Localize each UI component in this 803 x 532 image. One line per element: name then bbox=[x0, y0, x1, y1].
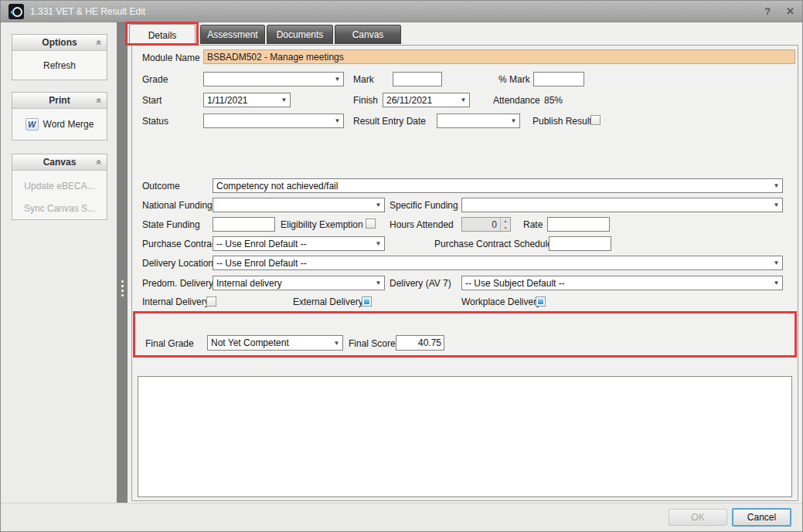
spinner-buttons: ▲ ▼ bbox=[500, 218, 510, 231]
finish-date-dropdown[interactable]: 26/11/2021 ▼ bbox=[383, 93, 470, 107]
status-value bbox=[204, 114, 332, 127]
hours-attended-spinner[interactable]: 0 ▲ ▼ bbox=[461, 217, 511, 232]
dropdown-arrow-icon: ▼ bbox=[331, 336, 342, 350]
close-icon[interactable]: ✕ bbox=[786, 5, 794, 17]
tab-documents[interactable]: Documents bbox=[267, 25, 333, 44]
footer-bar: OK Cancel bbox=[1, 503, 802, 531]
status-label: Status bbox=[142, 116, 168, 127]
internal-delivery-checkbox[interactable] bbox=[206, 296, 216, 307]
publish-result-checkbox[interactable] bbox=[590, 115, 601, 125]
dialog-window: 1.331 VET & HE Result Edit ? ✕ Options «… bbox=[0, 0, 803, 532]
dropdown-arrow-icon: ▼ bbox=[332, 114, 343, 127]
finish-label: Finish bbox=[353, 95, 378, 106]
purchase-contract-value: -- Use Enrol Default -- bbox=[213, 237, 373, 250]
result-entry-date-dropdown[interactable]: ▼ bbox=[437, 114, 520, 128]
delivery-av7-dropdown[interactable]: -- Use Subject Default -- ▼ bbox=[461, 276, 783, 290]
tab-assessment[interactable]: Assessment bbox=[200, 25, 265, 44]
national-funding-dropdown[interactable]: ▼ bbox=[213, 198, 385, 212]
print-panel: Print « W Word Merge bbox=[12, 92, 107, 141]
workplace-delivery-label: Workplace Delivery bbox=[461, 296, 541, 307]
outcome-dropdown[interactable]: Competency not achieved/fail ▼ bbox=[213, 178, 783, 193]
app-logo-icon bbox=[9, 4, 24, 19]
ok-button-label: OK bbox=[691, 512, 704, 523]
workplace-delivery-checkbox[interactable] bbox=[536, 296, 546, 307]
word-merge-label: Word Merge bbox=[43, 119, 94, 130]
final-grade-label: Final Grade bbox=[145, 338, 194, 349]
final-grade-value: Not Yet Competent bbox=[208, 336, 331, 350]
attendance-value: 85% bbox=[544, 95, 563, 106]
specific-funding-dropdown[interactable]: ▼ bbox=[461, 198, 783, 212]
canvas-panel-header[interactable]: Canvas « bbox=[12, 154, 107, 171]
eligibility-exemption-checkbox[interactable] bbox=[366, 219, 376, 229]
sync-canvas-button: Sync Canvas S... bbox=[12, 197, 107, 219]
ok-button: OK bbox=[669, 509, 727, 526]
module-name-value: BSBADM502 - Manage meetings bbox=[207, 52, 344, 63]
help-icon[interactable]: ? bbox=[764, 5, 771, 17]
tab-documents-label: Documents bbox=[277, 29, 324, 40]
print-panel-title: Print bbox=[49, 95, 70, 106]
refresh-label: Refresh bbox=[43, 60, 76, 71]
specific-funding-value bbox=[462, 198, 771, 212]
update-ebeca-button: Update eBECA... bbox=[12, 175, 107, 197]
predom-delivery-label: Predom. Delivery bbox=[142, 278, 213, 289]
dropdown-arrow-icon: ▼ bbox=[508, 114, 519, 127]
notes-textarea[interactable] bbox=[138, 376, 792, 497]
national-funding-label: National Funding bbox=[142, 200, 213, 211]
options-panel-header[interactable]: Options « bbox=[12, 35, 107, 51]
start-label: Start bbox=[142, 95, 162, 106]
predom-delivery-value: Internal delivery bbox=[213, 276, 373, 290]
tab-details-label: Details bbox=[148, 30, 177, 41]
sidebar: Options « Refresh Print « W Word Merge C… bbox=[1, 22, 117, 503]
start-date-value: 1/11/2021 bbox=[204, 93, 278, 107]
delivery-location-dropdown[interactable]: -- Use Enrol Default -- ▼ bbox=[213, 256, 783, 270]
final-score-input[interactable] bbox=[396, 335, 444, 351]
dropdown-arrow-icon: ▼ bbox=[373, 276, 384, 290]
collapse-chevron-icon[interactable]: « bbox=[94, 98, 105, 103]
module-name-label: Module Name bbox=[142, 53, 200, 63]
canvas-panel-title: Canvas bbox=[43, 157, 77, 168]
state-funding-input[interactable] bbox=[213, 217, 275, 232]
pct-mark-input[interactable] bbox=[533, 72, 584, 86]
collapse-chevron-icon[interactable]: « bbox=[94, 40, 105, 46]
splitter-handle[interactable] bbox=[117, 22, 128, 504]
spinner-down-icon[interactable]: ▼ bbox=[501, 225, 510, 232]
mark-input[interactable] bbox=[393, 72, 442, 86]
dropdown-arrow-icon: ▼ bbox=[373, 198, 384, 212]
grade-label: Grade bbox=[142, 74, 168, 85]
specific-funding-label: Specific Funding bbox=[390, 200, 458, 211]
purchase-contract-dropdown[interactable]: -- Use Enrol Default -- ▼ bbox=[213, 236, 385, 251]
final-grade-dropdown[interactable]: Not Yet Competent ▼ bbox=[207, 335, 343, 351]
window-title: 1.331 VET & HE Result Edit bbox=[30, 6, 749, 17]
grade-dropdown[interactable]: ▼ bbox=[203, 72, 344, 86]
state-funding-label: State Funding bbox=[142, 219, 200, 230]
rate-label: Rate bbox=[523, 219, 543, 230]
external-delivery-checkbox[interactable] bbox=[362, 296, 372, 307]
tab-details[interactable]: Details bbox=[129, 24, 196, 46]
dropdown-arrow-icon: ▼ bbox=[373, 237, 384, 250]
status-dropdown[interactable]: ▼ bbox=[203, 114, 344, 128]
tab-canvas[interactable]: Canvas bbox=[335, 25, 401, 44]
collapse-chevron-icon[interactable]: « bbox=[94, 160, 105, 165]
canvas-panel: Canvas « Update eBECA... Sync Canvas S..… bbox=[12, 154, 107, 220]
spinner-up-icon[interactable]: ▲ bbox=[501, 218, 510, 225]
print-panel-header[interactable]: Print « bbox=[12, 93, 107, 109]
predom-delivery-dropdown[interactable]: Internal delivery ▼ bbox=[213, 276, 385, 290]
word-merge-button[interactable]: W Word Merge bbox=[12, 109, 107, 140]
module-name-field[interactable]: BSBADM502 - Manage meetings bbox=[203, 49, 795, 64]
dropdown-arrow-icon: ▼ bbox=[458, 93, 469, 107]
purchase-contract-label: Purchase Contract bbox=[142, 239, 219, 249]
start-date-dropdown[interactable]: 1/11/2021 ▼ bbox=[203, 93, 291, 107]
internal-delivery-label: Internal Delivery bbox=[142, 296, 209, 307]
purchase-contract-schedule-input[interactable] bbox=[549, 236, 611, 251]
refresh-button[interactable]: Refresh bbox=[12, 51, 107, 80]
pct-mark-label: % Mark bbox=[498, 74, 530, 85]
hours-attended-label: Hours Attended bbox=[390, 219, 454, 230]
external-delivery-label: External Delivery bbox=[293, 296, 363, 307]
delivery-location-label: Delivery Location bbox=[142, 258, 213, 269]
cancel-button[interactable]: Cancel bbox=[732, 508, 791, 527]
national-funding-value bbox=[213, 198, 373, 212]
dropdown-arrow-icon: ▼ bbox=[771, 256, 782, 269]
title-bar: 1.331 VET & HE Result Edit ? ✕ bbox=[1, 1, 802, 22]
rate-input[interactable] bbox=[547, 217, 610, 232]
hours-attended-value: 0 bbox=[462, 218, 500, 231]
